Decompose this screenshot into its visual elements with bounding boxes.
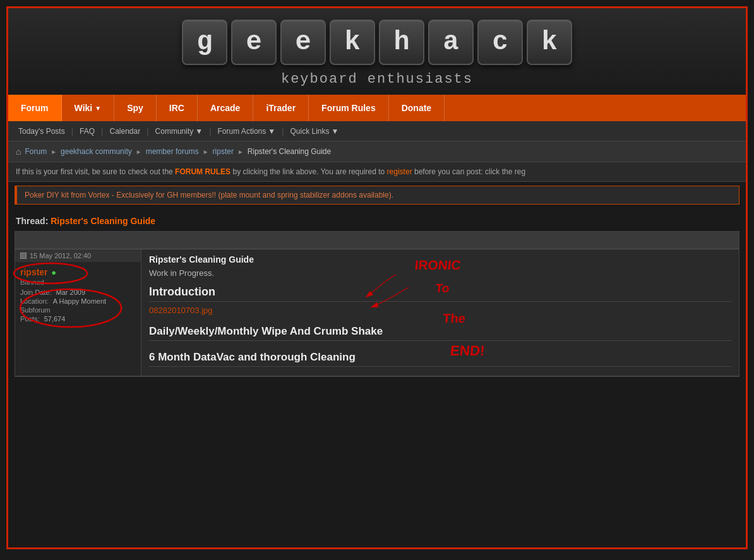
breadcrumb-current: Ripster's Cleaning Guide [248,147,331,156]
user-status: Banned [20,278,136,286]
key-h: h [379,20,424,65]
sub-nav-forum-actions[interactable]: Forum Actions ▼ [213,127,281,136]
thread-title-bar: Thread: Ripster's Cleaning Guide [8,208,746,231]
forum-rules-link[interactable]: FORUM RULES [175,167,230,176]
sep5: | [280,126,285,136]
image-link[interactable]: 08282010703.jpg [149,306,213,315]
posts-count: 57,674 [44,315,66,323]
user-join-date-row: Join Date: Mar 2009 [20,289,136,296]
key-k: k [330,20,375,65]
key-k2: k [527,20,572,65]
info-box: If this is your first visit, be sure to … [8,162,746,182]
sub-nav-quick-links[interactable]: Quick Links ▼ [285,127,344,136]
breadcrumb-forum[interactable]: Forum [25,147,47,156]
main-nav: Forum Wiki ▼ Spy IRC Arcade iTrader Foru… [8,95,746,121]
post-intro: Work in Progress. [149,268,731,278]
subforum-label: Subforum [20,306,51,314]
breadcrumb-member-forums[interactable]: member forums [146,147,199,156]
thread-title: Ripster's Cleaning Guide [51,216,155,226]
posts-label: Posts: [20,315,40,323]
site-tagline: keyboard enthusiasts [8,71,746,87]
post-area: 15 May 2012, 02:40 ripster ● Banned Join… [15,231,739,377]
breadcrumb-geekhack-community[interactable]: geekhack community [61,147,132,156]
nav-itrader[interactable]: iTrader [253,95,309,121]
info-text2: by clicking the link above. You are requ… [232,167,386,176]
key-e: e [231,20,277,65]
breadcrumb-arrow1: ► [51,148,57,155]
section-daily-weekly: Daily/Weekly/Monthly Wipe And Crumb Shak… [149,325,731,341]
info-text1: If this is your first visit, be sure to … [16,167,175,176]
svg-text:The: The [443,311,466,325]
nav-donate[interactable]: Donate [389,95,445,121]
post-meta: 15 May 2012, 02:40 ripster ● Banned Join… [15,249,141,376]
nav-irc[interactable]: IRC [157,95,198,121]
post-row: 15 May 2012, 02:40 ripster ● Banned Join… [15,249,739,376]
online-indicator: ● [51,268,56,277]
nav-arcade[interactable]: Arcade [198,95,253,121]
date-icon [20,253,27,259]
register-link[interactable]: register [387,167,412,176]
announcement-text: Poker DIY kit from Vortex - Exclusively … [25,191,393,200]
sub-nav-todays-posts[interactable]: Today's Posts [13,127,70,136]
sep2: | [100,126,104,136]
nav-wiki[interactable]: Wiki ▼ [62,95,115,121]
post-title: Ripster's Cleaning Guide [149,254,731,265]
posts-row: Posts: 57,674 [20,315,136,323]
key-g: g [182,20,227,65]
post-content: IRONIC To The END! [141,249,739,376]
section-datavac: 6 Month DataVac and thorough Cleaning [149,351,731,367]
logo-keys: g e e k h a c k [8,20,746,65]
sub-nav-calendar[interactable]: Calendar [104,127,145,136]
join-date-label: Join Date: [20,289,52,296]
sub-nav-faq[interactable]: FAQ [75,127,100,136]
subforum-row: Subforum [20,306,136,314]
nav-forum-rules[interactable]: Forum Rules [309,95,389,121]
sub-nav: Today's Posts | FAQ | Calendar | Communi… [8,121,746,141]
breadcrumb-arrow4: ► [237,148,244,155]
key-c: c [477,20,523,65]
site-header: g e e k h a c k keyboard enthusiasts [8,8,746,95]
location-value: A Happy Moment [53,297,106,305]
sub-nav-community[interactable]: Community ▼ [150,127,208,136]
announcement-bar: Poker DIY kit from Vortex - Exclusively … [15,186,739,205]
home-icon: ⌂ [16,146,21,157]
post-date: 15 May 2012, 02:40 [30,252,91,259]
info-text3: before you can post: click the reg [414,167,525,176]
thread-label: Thread: [16,216,48,226]
user-location-row: Location: A Happy Moment [20,297,136,305]
breadcrumb-arrow3: ► [203,148,209,155]
location-label: Location: [20,297,49,305]
section-introduction: Introduction [149,285,731,302]
breadcrumb-ripster[interactable]: ripster [213,147,234,156]
join-date-value: Mar 2009 [56,289,85,296]
sep1: | [70,126,75,136]
key-e2: e [280,20,326,65]
post-toolbar [15,232,739,249]
post-username[interactable]: ripster [20,267,48,277]
post-date-row: 15 May 2012, 02:40 [15,249,141,262]
key-a: a [428,20,474,65]
sep3: | [145,126,150,136]
breadcrumb: ⌂ Forum ► geekhack community ► member fo… [8,141,746,162]
breadcrumb-arrow2: ► [136,148,142,155]
nav-spy[interactable]: Spy [114,95,157,121]
nav-forum[interactable]: Forum [8,95,62,121]
sep4: | [208,126,212,136]
